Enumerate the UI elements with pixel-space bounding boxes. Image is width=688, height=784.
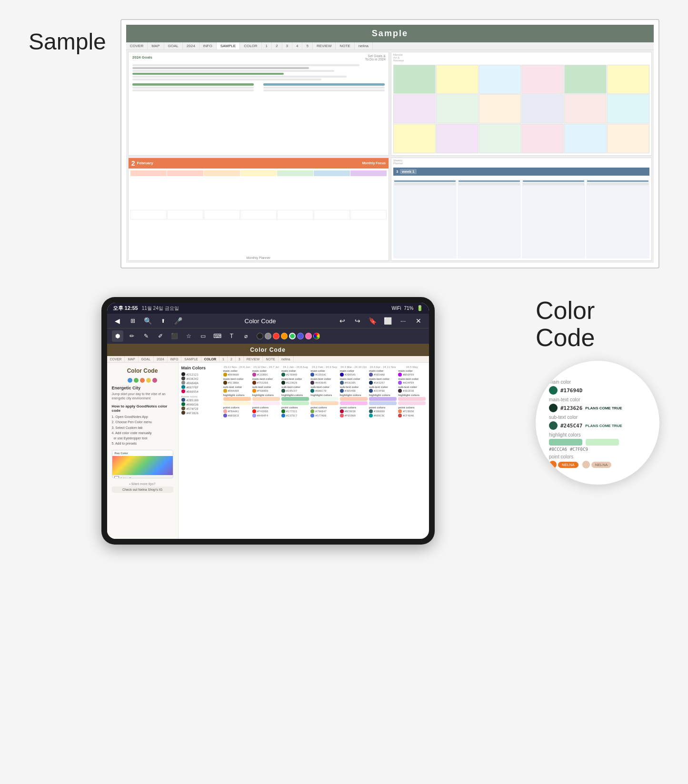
dot-yellow (146, 378, 151, 383)
app-tab-info[interactable]: INFO (168, 356, 182, 362)
mic-icon[interactable]: 🎤 (174, 316, 183, 326)
point-color-1: NELNA (549, 461, 580, 468)
battery-icon: 🔋 (417, 305, 423, 311)
more-icon[interactable]: ··· (399, 316, 408, 326)
color-red[interactable] (273, 333, 279, 339)
color-black[interactable] (257, 333, 263, 339)
close-icon[interactable]: ✕ (414, 316, 423, 326)
tool-rect[interactable]: ▭ (198, 330, 209, 342)
theme-colors: #2B5180 #006E36 #574F2E #4F3826 (181, 398, 219, 415)
app-tab-note[interactable]: NOTE (263, 356, 278, 362)
tool-text[interactable]: T (226, 330, 238, 342)
dot-pink (152, 378, 157, 383)
app-tab-goal[interactable]: GOAL (139, 356, 154, 362)
share-icon[interactable]: ⬆ (159, 316, 168, 326)
color-orange[interactable] (281, 333, 288, 339)
sidebar-title: Color Code (112, 367, 173, 374)
wifi-icon: WiFi (391, 306, 401, 311)
tab-2[interactable]: 2 (272, 42, 282, 50)
status-date: 11월 24일 금요일 (142, 305, 179, 312)
text-colors: #212121 #434242 #8A8A8A #007F8F #D60554 (181, 372, 219, 393)
tab-1[interactable]: 1 (262, 42, 272, 50)
app-tab-review[interactable]: REVIEW (244, 356, 263, 362)
color-extra[interactable] (313, 333, 320, 339)
tool-keyboard[interactable]: ⌨ (212, 330, 223, 342)
sample-cell-monthly: 2 February Monthly Focus (128, 158, 389, 261)
tool-lasso[interactable]: ⌀ (240, 330, 252, 342)
sample-label: Sample (29, 29, 106, 55)
highlight1-hex: #8CCCA6 (549, 447, 567, 452)
app-tab-nelina[interactable]: nelina (279, 356, 294, 362)
search-icon[interactable]: 🔍 (143, 316, 153, 326)
highlight-bar-2 (586, 439, 619, 446)
tool-star[interactable]: ☆ (183, 330, 195, 342)
cell-label-goals: Set Goals &To Do in 2024 (365, 54, 386, 61)
ipad-wrapper: 오후 12:55 11월 24일 금요일 WiFi 71% 🔋 ◀ ⊞ 🔍 ⬆ … (29, 297, 507, 545)
how-to-title: How to apply GoodNotes color code (112, 404, 173, 413)
text-color-2: #434242 (181, 377, 219, 380)
tab-nelina[interactable]: nelina (355, 42, 373, 50)
tool-pencil[interactable]: ✐ (155, 330, 166, 342)
main-text-dot (549, 404, 558, 412)
check-out: Check out Nelna Shop's IG (112, 486, 173, 493)
city-desc: Jump start your day to the vibe of an en… (112, 392, 173, 400)
color-purple[interactable] (297, 333, 304, 339)
status-right: WiFi 71% 🔋 (391, 305, 423, 311)
app-tabs: COVER MAP GOAL 2024 INFO SAMPLE COLOR 1 … (107, 356, 429, 363)
city-name: Energetic City (112, 386, 173, 390)
tab-3[interactable]: 3 (282, 42, 292, 50)
point1-dot (549, 461, 557, 468)
grid-icon[interactable]: ⊞ (128, 316, 138, 326)
tab-color[interactable]: COLOR (240, 42, 261, 50)
tab-4[interactable]: 4 (292, 42, 302, 50)
tab-map[interactable]: MAP (148, 42, 164, 50)
color-pink[interactable] (305, 333, 312, 339)
main-text-label: main-text color (549, 397, 646, 402)
ipad-device: 오후 12:55 11월 24일 금요일 WiFi 71% 🔋 ◀ ⊞ 🔍 ⬆ … (101, 297, 435, 545)
tool-laser[interactable]: ⬢ (112, 330, 123, 342)
ipad-status-bar: 오후 12:55 11월 24일 금요일 WiFi 71% 🔋 (107, 303, 429, 314)
tab-2024[interactable]: 2024 (183, 42, 199, 50)
sample-cell-weekly: WeeklyPlanner 3 week 1 (391, 158, 652, 261)
color-palette (257, 333, 320, 339)
app-tab-sample[interactable]: SAMPLE (181, 356, 201, 362)
tab-cover[interactable]: COVER (126, 42, 148, 50)
date-col-3: 24.1 Jan - 24.8 Aug main color #17694D m… (281, 366, 309, 418)
app-tab-1[interactable]: 1 (219, 356, 228, 362)
dot-blue (128, 378, 132, 383)
sample-tabs: COVER MAP GOAL 2024 INFO SAMPLE COLOR 1 … (126, 42, 654, 50)
how-to-steps: 1. Open GoodNotes App 2. Choose Pen Colo… (112, 414, 173, 446)
tab-goal[interactable]: GOAL (164, 42, 183, 50)
date-col-5: 24.3 Mar - 24.10 Oct main color #2005A5 … (340, 366, 368, 418)
tab-review[interactable]: REVIEW (313, 42, 336, 50)
app-tab-2[interactable]: 2 (228, 356, 236, 362)
undo-icon[interactable]: ↩ (338, 316, 347, 326)
app-tab-color[interactable]: COLOR (201, 356, 219, 362)
app-tab-cover[interactable]: COVER (107, 356, 125, 362)
ipad-toolbar1: ◀ ⊞ 🔍 ⬆ 🎤 Color Code ↩ ↪ 🔖 ⬜ ··· ✕ (107, 314, 429, 328)
color-green[interactable] (289, 333, 296, 339)
tab-note[interactable]: NOTE (336, 42, 354, 50)
pen-color-picker: Pen Color Add to Presets (112, 450, 173, 478)
sample-cell-goals: Set Goals &To Do in 2024 2024 Goals (128, 52, 389, 156)
text-color-1: #212121 (181, 372, 219, 376)
point-color-2: NELNA (582, 461, 614, 468)
expand-icon[interactable]: ⬜ (383, 316, 393, 326)
app-tab-2024[interactable]: 2024 (154, 356, 168, 362)
color-gray[interactable] (265, 333, 271, 339)
tab-5[interactable]: 5 (302, 42, 312, 50)
point2-dot (582, 461, 590, 468)
toolbar-title: Color Code (189, 318, 332, 325)
redo-icon[interactable]: ↪ (353, 316, 362, 326)
tool-pen1[interactable]: ✏ (126, 330, 138, 342)
tab-info[interactable]: INFO (199, 42, 217, 50)
back-icon[interactable]: ◀ (113, 316, 122, 326)
tool-pen2[interactable]: ✎ (140, 330, 152, 342)
app-tab-3[interactable]: 3 (236, 356, 244, 362)
tool-shape[interactable]: ⬛ (169, 330, 180, 342)
date-col-1: 23.11 Nov - 24.6 Jun main color #D09600 … (223, 366, 251, 418)
app-body: Color Code Energetic City Jump start you… (107, 363, 429, 539)
tab-sample[interactable]: SAMPLE (217, 42, 240, 50)
bookmark-icon[interactable]: 🔖 (368, 316, 378, 326)
app-tab-map[interactable]: MAP (125, 356, 138, 362)
